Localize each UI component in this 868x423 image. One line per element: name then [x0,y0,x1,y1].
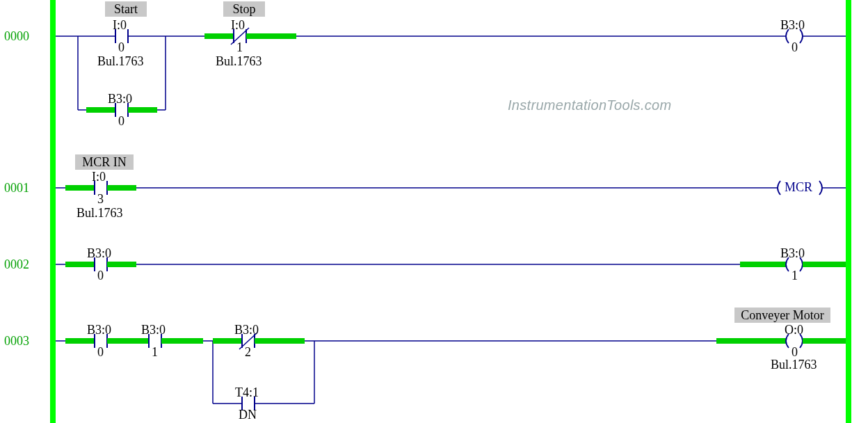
instruction-bit: 2 [245,345,251,360]
instruction-bit: 0 [118,40,124,55]
coil-addr: B3:0 [780,18,805,33]
svg-rect-39 [65,338,95,344]
instruction-addr: I:0 [92,170,106,184]
instruction-bit: 0 [97,345,104,360]
instruction-device: Bul.1763 [97,54,144,69]
left-rail [50,0,56,423]
right-rail [846,0,851,423]
svg-rect-49 [213,338,242,344]
coil-bit: 0 [791,40,798,55]
watermark: InstrumentationTools.com [508,97,671,113]
svg-rect-37 [803,262,846,267]
svg-rect-61 [716,338,786,344]
instruction-addr: B3:0 [234,323,259,337]
coil-desc: Conveyer Motor [734,308,830,323]
instruction-addr: I:0 [231,18,245,33]
instruction-desc: Start [105,1,147,17]
instruction-bit: DN [239,408,257,422]
rung-number: 0001 [4,181,29,195]
instruction-addr: B3:0 [87,323,111,337]
svg-rect-36 [740,262,786,267]
instruction-addr: B3:0 [141,323,166,337]
instruction-bit: 3 [97,192,104,207]
instruction-device: Bul.1763 [216,54,262,69]
svg-rect-31 [65,262,95,267]
svg-rect-53 [255,338,305,344]
svg-rect-23 [65,185,95,191]
svg-rect-14 [204,33,234,39]
svg-rect-46 [161,338,203,344]
svg-rect-62 [803,338,846,344]
coil-addr: O:0 [785,323,803,337]
svg-rect-26 [107,185,136,191]
coil-addr: B3:0 [780,246,805,261]
instruction-bit: 0 [97,269,104,283]
instruction-addr: B3:0 [87,246,111,261]
svg-rect-10 [128,107,157,113]
instruction-device: Bul.1763 [77,206,123,221]
mcr-coil-label: MCR [785,180,812,195]
svg-rect-43 [128,338,149,344]
instruction-bit: 1 [152,345,158,360]
instruction-bit: 0 [118,114,124,129]
rung-number: 0000 [4,29,29,44]
svg-rect-18 [246,33,296,39]
svg-rect-34 [107,262,136,267]
rung-number: 0002 [4,257,29,272]
coil-bit: 1 [791,269,798,283]
instruction-desc: Stop [223,1,265,17]
instruction-addr: I:0 [113,18,127,33]
instruction-desc: MCR IN [75,154,134,170]
svg-rect-7 [86,107,115,113]
rung-number: 0003 [4,334,29,349]
svg-rect-42 [107,338,128,344]
instruction-addr: T4:1 [235,385,259,400]
instruction-bit: 1 [236,40,243,55]
coil-device: Bul.1763 [771,358,817,372]
instruction-addr: B3:0 [108,92,132,106]
